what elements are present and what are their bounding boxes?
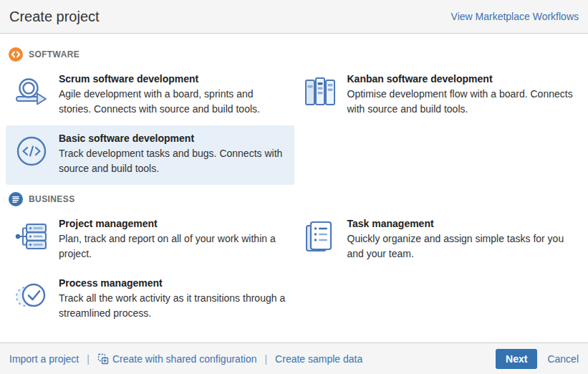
basic-item-description: Track development tasks and bugs. Connec…	[59, 146, 286, 176]
process-management-description: Track all the work activity as it transi…	[59, 291, 286, 321]
cancel-link[interactable]: Cancel	[547, 353, 579, 365]
software-section-header: SOFTWARE	[6, 44, 582, 66]
process-management-item-text: Process management Track all the work ac…	[59, 277, 286, 321]
task-management-item-text: Task management Quickly organize and ass…	[347, 218, 574, 262]
shared-config-icon	[97, 353, 109, 365]
dialog-footer: Import a project | Create with shared co…	[0, 342, 588, 374]
kanban-item-text: Kanban software development Optimise dev…	[347, 73, 574, 117]
software-section-label: SOFTWARE	[29, 49, 79, 59]
process-management-title: Process management	[59, 277, 286, 289]
kanban-item-title: Kanban software development	[347, 73, 574, 85]
grid-spacer	[294, 125, 583, 185]
dialog-header: Create project View Marketplace Workflow…	[0, 0, 588, 34]
create-shared-configuration-label: Create with shared configuration	[112, 353, 257, 365]
task-management-title: Task management	[347, 218, 574, 229]
project-type-kanban[interactable]: Kanban software development Optimise dev…	[294, 66, 583, 125]
dialog-content: SOFTWARE Scrum software development Agil…	[0, 34, 588, 342]
code-chevrons-circle-icon	[14, 134, 49, 168]
software-items-grid: Scrum software development Agile develop…	[6, 66, 582, 185]
task-list-pages-icon	[303, 219, 337, 254]
scrum-loop-icon	[14, 75, 49, 109]
page-title: Create project	[9, 9, 100, 25]
project-type-scrum[interactable]: Scrum software development Agile develop…	[6, 66, 294, 125]
import-project-link[interactable]: Import a project	[9, 353, 79, 365]
view-marketplace-workflows-link[interactable]: View Marketplace Workflows	[451, 11, 579, 22]
grid-spacer	[294, 270, 583, 330]
basic-item-title: Basic software development	[59, 133, 286, 144]
footer-links: Import a project | Create with shared co…	[9, 353, 362, 365]
code-circle-icon	[9, 47, 23, 62]
project-type-basic-software[interactable]: Basic software development Track develop…	[6, 125, 294, 185]
project-management-title: Project management	[59, 218, 286, 229]
business-items-grid: Project management Plan, track and repor…	[6, 211, 582, 330]
list-circle-icon	[9, 192, 23, 206]
kanban-board-icon	[303, 75, 337, 109]
business-section-header: BUSINESS	[6, 189, 582, 211]
footer-separator: |	[264, 353, 267, 365]
project-type-task-management[interactable]: Task management Quickly organize and ass…	[294, 211, 583, 270]
kanban-item-description: Optimise development flow with a board. …	[347, 87, 574, 117]
create-sample-data-label: Create sample data	[275, 353, 362, 365]
scrum-item-title: Scrum software development	[59, 73, 286, 85]
project-management-description: Plan, track and report on all of your wo…	[59, 231, 286, 262]
business-section-label: BUSINESS	[29, 194, 75, 204]
next-button[interactable]: Next	[496, 349, 537, 369]
create-shared-configuration-link[interactable]: Create with shared configuration	[97, 353, 257, 365]
basic-item-text: Basic software development Track develop…	[59, 133, 286, 176]
scrum-item-description: Agile development with a board, sprints …	[59, 87, 286, 117]
create-sample-data-link[interactable]: Create sample data	[275, 353, 362, 365]
hierarchy-nodes-icon	[14, 219, 49, 254]
create-project-dialog: Create project View Marketplace Workflow…	[0, 0, 588, 374]
project-management-item-text: Project management Plan, track and repor…	[59, 218, 286, 262]
task-management-description: Quickly organize and assign simple tasks…	[347, 231, 574, 262]
check-circle-icon	[14, 279, 49, 313]
footer-separator: |	[87, 353, 90, 365]
project-type-process-management[interactable]: Process management Track all the work ac…	[6, 270, 294, 330]
project-type-project-management[interactable]: Project management Plan, track and repor…	[6, 211, 294, 270]
scrum-item-text: Scrum software development Agile develop…	[59, 73, 286, 117]
import-project-label: Import a project	[9, 353, 79, 365]
